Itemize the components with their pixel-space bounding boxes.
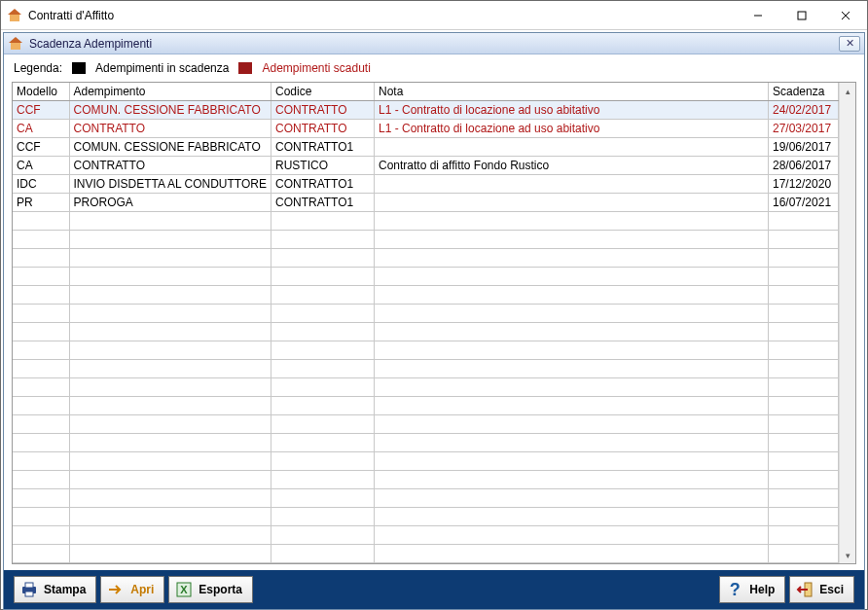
cell-modello: PR (13, 194, 69, 212)
cell-empty (69, 378, 271, 397)
table-row-empty[interactable] (13, 360, 839, 378)
vertical-scrollbar[interactable]: ▴ ▾ (839, 83, 855, 563)
cell-empty (374, 508, 768, 526)
esporta-button[interactable]: X Esporta (168, 576, 253, 603)
cell-empty (69, 286, 271, 305)
apri-label: Apri (130, 583, 154, 596)
cell-empty (769, 212, 839, 231)
maximize-button[interactable] (779, 1, 823, 29)
stampa-button[interactable]: Stampa (14, 576, 96, 603)
cell-scadenza: 19/06/2017 (769, 138, 839, 157)
cell-empty (13, 508, 69, 526)
minimize-button[interactable] (736, 1, 779, 29)
cell-empty (769, 434, 839, 452)
table-row[interactable]: CCFCOMUN. CESSIONE FABBRICATOCONTRATTOL1… (13, 101, 839, 120)
panel-titlebar[interactable]: Scadenza Adempimenti ✕ (4, 33, 864, 54)
table-row[interactable]: PRPROROGACONTRATTO116/07/2021 (13, 194, 839, 212)
cell-empty (769, 526, 839, 545)
cell-empty (769, 415, 839, 434)
window-controls (736, 1, 867, 29)
cell-empty (374, 249, 768, 268)
cell-empty (769, 508, 839, 526)
table-row-empty[interactable] (13, 268, 839, 286)
table-row-empty[interactable] (13, 323, 839, 341)
cell-empty (374, 545, 768, 563)
cell-empty (374, 471, 768, 489)
cell-codice: CONTRATTO1 (271, 175, 374, 194)
table-row-empty[interactable] (13, 231, 839, 249)
cell-modello: CA (13, 157, 69, 175)
cell-empty (769, 231, 839, 249)
table-row-empty[interactable] (13, 305, 839, 323)
cell-codice: RUSTICO (271, 157, 374, 175)
cell-empty (374, 231, 768, 249)
cell-empty (13, 231, 69, 249)
window-titlebar[interactable]: Contratti d'Affitto (1, 1, 867, 30)
header-row: Modello Adempimento Codice Nota Scadenza (13, 83, 839, 101)
footer-toolbar: Stampa Apri X Esporta ? Help (4, 570, 864, 609)
table-row-empty[interactable] (13, 397, 839, 415)
close-button[interactable] (823, 1, 867, 29)
table-row-empty[interactable] (13, 378, 839, 397)
cell-empty (13, 323, 69, 341)
cell-empty (374, 434, 768, 452)
table-row[interactable]: IDCINVIO DISDETTA AL CONDUTTORECONTRATTO… (13, 175, 839, 194)
cell-empty (769, 378, 839, 397)
cell-empty (271, 434, 374, 452)
table-row[interactable]: CACONTRATTORUSTICOContratto di affitto F… (13, 157, 839, 175)
cell-empty (13, 397, 69, 415)
esci-button[interactable]: Esci (789, 576, 854, 603)
table-row-empty[interactable] (13, 508, 839, 526)
cell-empty (271, 286, 374, 305)
stampa-label: Stampa (44, 583, 86, 596)
cell-empty (374, 341, 768, 360)
table-row-empty[interactable] (13, 212, 839, 231)
cell-empty (69, 323, 271, 341)
help-button[interactable]: ? Help (719, 576, 785, 603)
col-header-nota[interactable]: Nota (374, 83, 768, 101)
cell-empty (13, 526, 69, 545)
table-row[interactable]: CCFCOMUN. CESSIONE FABBRICATOCONTRATTO11… (13, 138, 839, 157)
scroll-up-button[interactable]: ▴ (840, 83, 856, 99)
cell-scadenza: 24/02/2017 (769, 101, 839, 120)
apri-button[interactable]: Apri (100, 576, 164, 603)
panel-title: Scadenza Adempimenti (29, 37, 839, 51)
cell-empty (69, 231, 271, 249)
table-row-empty[interactable] (13, 452, 839, 471)
cell-empty (13, 341, 69, 360)
table-row-empty[interactable] (13, 489, 839, 508)
cell-empty (13, 452, 69, 471)
panel-close-button[interactable]: ✕ (839, 36, 860, 52)
col-header-adempimento[interactable]: Adempimento (69, 83, 271, 101)
cell-codice: CONTRATTO1 (271, 194, 374, 212)
cell-empty (769, 545, 839, 563)
table-row-empty[interactable] (13, 286, 839, 305)
cell-scadenza: 28/06/2017 (769, 157, 839, 175)
cell-nota (374, 194, 768, 212)
table-row-empty[interactable] (13, 545, 839, 563)
cell-scadenza: 16/07/2021 (769, 194, 839, 212)
table-row[interactable]: CACONTRATTOCONTRATTOL1 - Contratto di lo… (13, 120, 839, 138)
cell-adempimento: COMUN. CESSIONE FABBRICATO (69, 101, 271, 120)
cell-empty (69, 360, 271, 378)
cell-modello: CCF (13, 101, 69, 120)
cell-empty (13, 268, 69, 286)
data-grid[interactable]: Modello Adempimento Codice Nota Scadenza… (13, 83, 839, 563)
table-row-empty[interactable] (13, 415, 839, 434)
scroll-down-button[interactable]: ▾ (840, 547, 856, 563)
table-row-empty[interactable] (13, 526, 839, 545)
chevron-down-icon: ▾ (846, 551, 850, 560)
col-header-codice[interactable]: Codice (271, 83, 374, 101)
cell-empty (374, 397, 768, 415)
col-header-modello[interactable]: Modello (13, 83, 69, 101)
table-row-empty[interactable] (13, 249, 839, 268)
table-row-empty[interactable] (13, 341, 839, 360)
cell-modello: CA (13, 120, 69, 138)
cell-empty (374, 489, 768, 508)
cell-empty (374, 360, 768, 378)
table-row-empty[interactable] (13, 434, 839, 452)
table-row-empty[interactable] (13, 471, 839, 489)
col-header-scadenza[interactable]: Scadenza (769, 83, 839, 101)
cell-empty (374, 212, 768, 231)
cell-empty (271, 545, 374, 563)
